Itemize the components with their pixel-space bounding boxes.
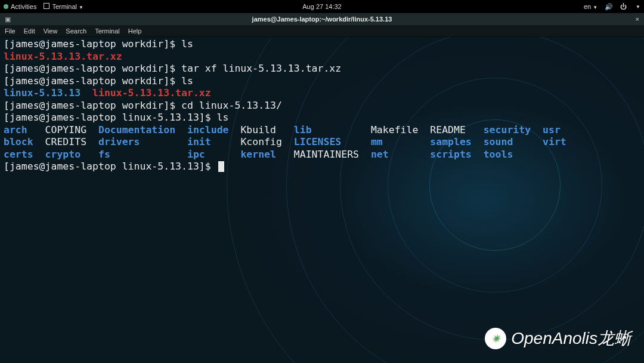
activities-button[interactable]: Activities [4, 3, 36, 10]
terminal-doc-icon: ▣ [5, 16, 11, 23]
menu-edit[interactable]: Edit [24, 27, 35, 35]
terminal-titlebar: ▣ james@James-laptop:~/workdir/linux-5.1… [0, 13, 644, 25]
volume-icon[interactable]: 🔊 [605, 3, 613, 11]
lang-indicator[interactable]: en▼ [584, 3, 597, 10]
terminal-cursor [218, 161, 224, 172]
appmenu-button[interactable]: Terminal▼ [44, 3, 83, 10]
clock[interactable]: Aug 27 14:32 [302, 3, 341, 10]
terminal-menubar: File Edit View Search Terminal Help [0, 25, 644, 37]
menu-terminal[interactable]: Terminal [95, 27, 120, 35]
system-menu-chevron-icon[interactable]: ▼ [636, 4, 640, 10]
wechat-icon: ✴ [485, 328, 506, 349]
watermark-text: OpenAnolis龙蜥 [511, 327, 631, 350]
close-button[interactable]: × [636, 16, 639, 23]
watermark: ✴ OpenAnolis龙蜥 [485, 327, 631, 350]
menu-search[interactable]: Search [66, 27, 86, 35]
menu-help[interactable]: Help [128, 27, 142, 35]
terminal-viewport[interactable]: [james@james-laptop workdir]$ lslinux-5.… [0, 37, 644, 174]
gnome-topbar: Activities Terminal▼ Aug 27 14:32 en▼ 🔊 … [0, 0, 644, 13]
menu-view[interactable]: View [44, 27, 58, 35]
menu-file[interactable]: File [5, 27, 16, 35]
power-icon[interactable]: ⏻ [620, 3, 627, 10]
window-title: james@James-laptop:~/workdir/linux-5.13.… [252, 16, 392, 23]
